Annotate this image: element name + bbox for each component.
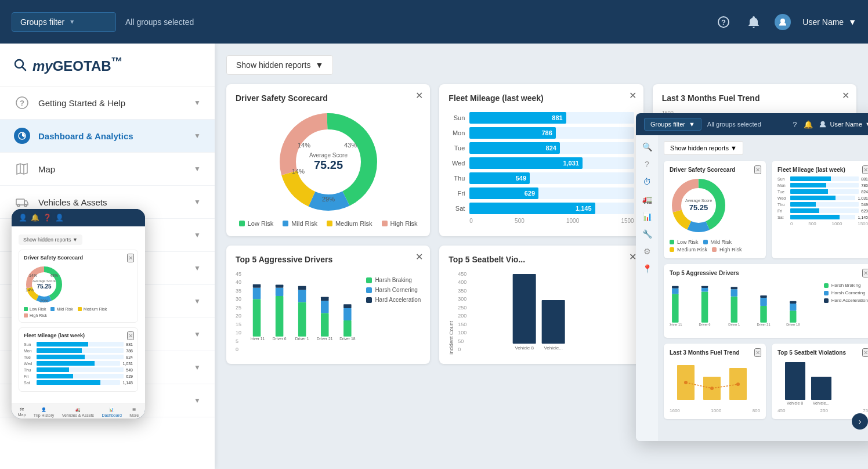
svg-point-107 xyxy=(684,381,688,384)
svg-text:Driver 11: Driver 11 xyxy=(251,337,265,341)
second-seatbelt-close[interactable]: ✕ xyxy=(862,348,868,357)
phone-nav-vehicles[interactable]: 🚛Vehicles & Assets xyxy=(62,407,94,417)
svg-rect-111 xyxy=(811,377,831,400)
aggressive-drivers-close-button[interactable]: ✕ xyxy=(415,252,423,262)
seatbelt-close-button[interactable]: ✕ xyxy=(629,252,636,262)
seatbelt-svg: Vehicle 8 Vehicle... xyxy=(473,271,634,352)
svg-text:?: ? xyxy=(20,99,24,107)
show-hidden-chevron-icon: ▼ xyxy=(315,60,323,70)
second-top-grid: Driver Safety Scorecard ✕ Average Score … xyxy=(664,161,868,258)
svg-text:29%: 29% xyxy=(322,196,335,203)
phone-fleet-close[interactable]: ✕ xyxy=(127,331,134,340)
logo-text: myGEOTAB™ xyxy=(32,55,123,74)
fleet-mileage-close-button[interactable]: ✕ xyxy=(629,91,636,100)
phone-nav-map[interactable]: 🗺Map xyxy=(18,407,26,417)
chevron-down-icon-map: ▼ xyxy=(194,165,201,173)
second-sidebar-pin-btn[interactable]: 📍 xyxy=(642,264,652,273)
hbar-track-mon: 786 xyxy=(469,127,634,139)
second-user: User Name ▼ xyxy=(819,120,868,128)
second-agg-close[interactable]: ✕ xyxy=(862,269,868,277)
svg-rect-92 xyxy=(760,298,766,306)
all-groups-text: All groups selected xyxy=(125,17,705,27)
second-fleet-close[interactable]: ✕ xyxy=(862,165,868,174)
help-button[interactable]: ? xyxy=(714,13,733,31)
second-bell-button[interactable]: 🔔 xyxy=(804,120,813,129)
map-icon xyxy=(14,161,30,177)
donut-chart-container: Average Score 75.25 43% 14% 14% 29% Lo xyxy=(236,110,421,227)
donut-legend: Low Risk Mild Risk Medium Risk High xyxy=(239,220,418,227)
hbar-label-sat: Sat xyxy=(449,205,465,212)
second-show-hidden-button[interactable]: Show hidden reports ▼ xyxy=(664,141,743,155)
phone-driver-safety-title: Driver Safety Scorecard xyxy=(24,255,133,261)
sidebar-item-getting-started[interactable]: ? Getting Started & Help ▼ xyxy=(0,86,215,120)
hbar-track-sat: 1,145 xyxy=(469,203,634,214)
driver-safety-close-button[interactable]: ✕ xyxy=(415,91,423,100)
svg-rect-90 xyxy=(731,287,737,289)
second-groups-chevron-icon: ▼ xyxy=(689,121,695,128)
phone-driver-safety-close[interactable]: ✕ xyxy=(127,254,134,262)
svg-rect-87 xyxy=(701,286,708,288)
hbar-track-fri: 629 xyxy=(469,187,634,199)
legend-hard-acceleration: Hard Acceleration xyxy=(366,297,421,303)
second-fleet-title: Fleet Mileage (last week) xyxy=(777,167,868,173)
hbar-label-tue: Tue xyxy=(449,145,465,151)
hbar-axis: 0 500 1000 1500 xyxy=(449,218,634,224)
s-hbar-tue: Tue824 xyxy=(777,189,868,194)
svg-rect-44 xyxy=(276,296,284,337)
second-sidebar-chart-btn[interactable]: 📊 xyxy=(642,212,652,221)
second-sidebar-settings-btn[interactable]: ⚙ xyxy=(643,247,651,256)
svg-text:75.25: 75.25 xyxy=(37,283,51,290)
phone-nav-dashboard[interactable]: 📊Dashboard xyxy=(102,407,122,417)
second-sidebar-search-btn[interactable]: 🔍 xyxy=(642,142,652,151)
second-sidebar-analytics-btn[interactable]: ⏱ xyxy=(643,177,651,186)
groups-filter-button[interactable]: Groups filter ▼ xyxy=(12,12,116,32)
second-sidebar-help-btn[interactable]: ? xyxy=(645,160,649,169)
sidebar-item-dashboard-analytics[interactable]: Dashboard & Analytics ▼ xyxy=(0,120,215,153)
svg-rect-89 xyxy=(731,289,737,296)
second-groups-filter-button[interactable]: Groups filter ▼ xyxy=(644,118,701,131)
second-seatbelt-svg: Vehicle 8 Vehicle... xyxy=(777,359,868,406)
svg-text:Average Score: Average Score xyxy=(685,199,712,203)
notifications-button[interactable] xyxy=(744,13,763,31)
second-sidebar-truck2-btn[interactable]: 🔧 xyxy=(642,229,652,239)
phone-icons: 👤 🔔 ❓ 👤 xyxy=(19,214,64,222)
chevron-down-icon-maintenance: ▼ xyxy=(194,264,201,272)
next-page-button[interactable]: › xyxy=(852,413,868,430)
svg-text:Vehicle...: Vehicle... xyxy=(544,345,563,351)
sidebar-item-map[interactable]: Map ▼ xyxy=(0,153,215,186)
second-help-button[interactable]: ? xyxy=(793,120,797,129)
user-menu-button[interactable]: User Name ▼ xyxy=(802,17,856,27)
fuel-trend-close-button[interactable]: ✕ xyxy=(842,91,849,100)
phone-hbar-sun: Sun881 xyxy=(24,342,133,347)
svg-text:75.25: 75.25 xyxy=(689,203,708,212)
seatbelt-yaxis: 450 400 350 300 250 200 150 100 50 0 xyxy=(458,271,471,352)
svg-text:Driver 18: Driver 18 xyxy=(339,337,356,341)
svg-text:Average Score: Average Score xyxy=(32,279,56,283)
svg-rect-94 xyxy=(790,311,796,322)
phone-nav-more[interactable]: ☰More xyxy=(129,407,139,417)
second-bottom-row: Last 3 Months Fuel Trend ✕ 1600 xyxy=(664,344,868,419)
phone-show-hidden-button[interactable]: Show hidden reports ▼ xyxy=(19,234,82,245)
hbar-row-fri: Fri 629 xyxy=(449,187,634,199)
chevron-down-icon-marketplace: ▼ xyxy=(194,396,201,405)
logo-geotab: GEOTAB xyxy=(53,58,111,74)
hbar-track-thu: 549 xyxy=(469,172,634,184)
second-sidebar-truck-btn[interactable]: 🚛 xyxy=(642,194,652,204)
svg-point-109 xyxy=(736,383,740,386)
second-driver-safety-close[interactable]: ✕ xyxy=(754,165,761,174)
second-seatbelt-card: Top 5 Seatbelt Violations ✕ Vehicle 8 Ve… xyxy=(772,344,868,419)
aggressive-drivers-title: Top 5 Aggressive Drivers xyxy=(236,255,421,264)
phone-nav-trip[interactable]: 👤Trip History xyxy=(34,407,55,417)
svg-rect-41 xyxy=(253,299,261,337)
seatbelt-yaxis-title: Incident Count xyxy=(449,271,454,355)
user-avatar xyxy=(775,14,791,30)
svg-text:Driver 1: Driver 1 xyxy=(295,337,309,341)
second-fuel-close[interactable]: ✕ xyxy=(754,348,761,357)
high-risk-dot xyxy=(382,221,388,226)
show-hidden-reports-button[interactable]: Show hidden reports ▼ xyxy=(226,55,333,75)
svg-point-12 xyxy=(17,204,20,207)
svg-text:29%: 29% xyxy=(40,299,48,303)
driver-safety-card-title: Driver Safety Scorecard xyxy=(236,93,421,103)
svg-rect-50 xyxy=(321,313,329,337)
svg-text:?: ? xyxy=(721,18,726,27)
